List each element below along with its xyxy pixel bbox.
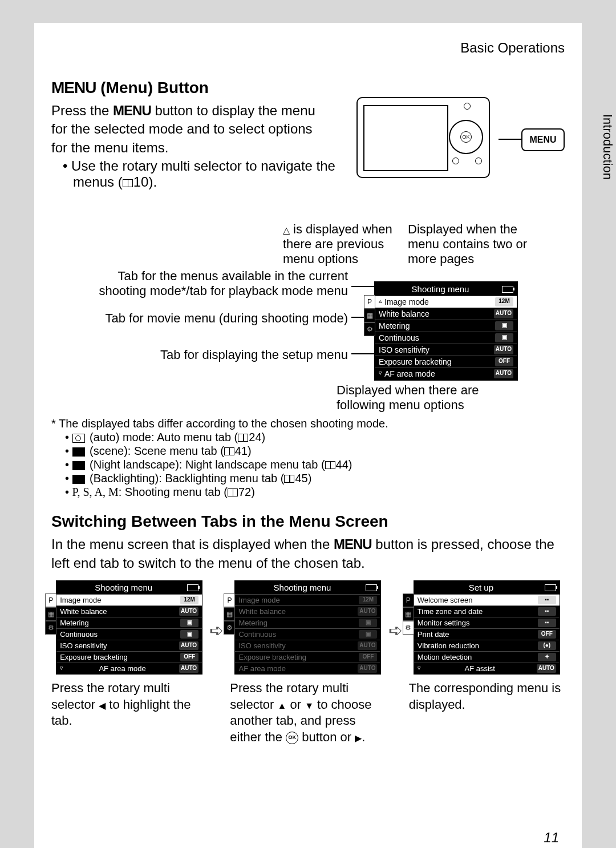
anno-tab-shoot: Tab for the menus available in the curre… xyxy=(86,269,348,298)
page-number: 11 xyxy=(544,830,559,846)
scene-mode-icon xyxy=(72,447,85,457)
mode-bullet: P, S, A, M: Shooting menu tab (72) xyxy=(73,486,565,499)
step2-caption: Press the rotary multi selector ▲ or ▼ t… xyxy=(230,680,386,745)
menu-window-main: P ▦ ⚙ Shooting menu ▵Image mode12M White… xyxy=(374,281,518,381)
mini-menu-3: P ▦ ⚙ Set up Welcome screen▪▪ Time zone … xyxy=(414,580,560,675)
menu-row: ▿AF area modeAUTO xyxy=(375,368,517,379)
anno-pages: Displayed when the menu contains two or … xyxy=(408,222,539,266)
menu-glyph: MENU xyxy=(51,79,96,96)
section-switching-tabs-title: Switching Between Tabs in the Menu Scree… xyxy=(51,512,565,531)
menu-title-bar: Shooting menu xyxy=(375,282,517,296)
section2-intro: In the menu screen that is displayed whe… xyxy=(51,535,565,572)
camera-button-bottom2 xyxy=(452,158,459,164)
steps-row: P ▦ ⚙ Shooting menu Image mode12M White … xyxy=(51,580,565,745)
step3-caption: The corresponding menu is displayed. xyxy=(409,680,565,713)
mode-bullet: (Backlighting): Backlighting menu tab (4… xyxy=(73,472,565,485)
callout-line xyxy=(499,139,524,140)
bullet-rotary: Use the rotary multi selector to navigat… xyxy=(63,158,347,190)
step1-caption: Press the rotary multi selector ◀ to hig… xyxy=(51,680,207,729)
backlight-mode-icon xyxy=(72,475,85,484)
section-menu-button-title: MENU (Menu) Button xyxy=(51,79,565,97)
anno-tab-setup: Tab for displaying the setup menu xyxy=(131,348,348,362)
mini-menu-2: P ▦ ⚙ Shooting menu Image mode12M White … xyxy=(234,580,381,675)
menu-button-callout: MENU xyxy=(521,128,565,151)
book-icon xyxy=(123,179,133,187)
menu-row: ISO sensitivityAUTO xyxy=(375,344,517,356)
title-rest: (Menu) Button xyxy=(96,79,209,96)
camera-screen xyxy=(363,105,448,171)
step-1: P ▦ ⚙ Shooting menu Image mode12M White … xyxy=(51,580,207,729)
step-3: ➪ P ▦ ⚙ Set up Welcome screen▪▪ Time zon… xyxy=(409,580,565,713)
intro-paragraph: Press the MENU button to display the men… xyxy=(51,102,331,157)
mini-menu-1: P ▦ ⚙ Shooting menu Image mode12M White … xyxy=(56,580,202,675)
anno-tab-movie: Tab for movie menu (during shooting mode… xyxy=(86,311,348,326)
menu-tab-movie: ▦ xyxy=(364,309,375,322)
camera-button-bottom xyxy=(475,158,482,164)
mode-bullet: (scene): Scene menu tab (41) xyxy=(73,445,565,458)
camera-body-outline xyxy=(356,97,490,178)
mode-bullet: (Night landscape): Night landscape menu … xyxy=(73,458,565,471)
ok-icon: OK xyxy=(286,732,298,744)
battery-icon xyxy=(502,286,513,293)
arrow-icon: ➪ xyxy=(388,620,403,640)
breadcrumb: Basic Operations xyxy=(51,40,565,56)
menu-side-tabs: P ▦ ⚙ xyxy=(45,593,56,635)
footnote-lead: * The displayed tabs differ according to… xyxy=(59,417,565,430)
anno-follow: Displayed when there are following menu … xyxy=(337,383,508,413)
menu-row: Continuous▣ xyxy=(375,332,517,344)
arrow-icon: ➪ xyxy=(209,620,224,640)
annotated-menu-figure: △ is displayed when there are previous m… xyxy=(51,224,565,407)
menu-side-tabs: P ▦ ⚙ xyxy=(364,295,375,336)
side-tab-label: Introduction xyxy=(600,114,615,180)
camera-button-top xyxy=(464,103,471,110)
menu-row: Metering▣ xyxy=(375,320,517,332)
night-mode-icon xyxy=(72,461,85,470)
menu-row: White balanceAUTO xyxy=(375,308,517,320)
camera-diagram: MENU xyxy=(356,97,565,177)
rotary-selector xyxy=(449,120,483,154)
camera-mode-icon xyxy=(72,434,85,443)
menu-tab-setup: ⚙ xyxy=(364,322,375,336)
anno-prev: △ is displayed when there are previous m… xyxy=(283,222,403,266)
menu-row: ▵Image mode12M xyxy=(375,296,517,308)
menu-tab-p: P xyxy=(364,295,375,309)
menu-row: Exposure bracketingOFF xyxy=(375,356,517,368)
step-2: ➪ P ▦ ⚙ Shooting menu Image mode12M Whit… xyxy=(230,580,386,745)
mode-bullet: (auto) mode: Auto menu tab (24) xyxy=(73,431,565,444)
